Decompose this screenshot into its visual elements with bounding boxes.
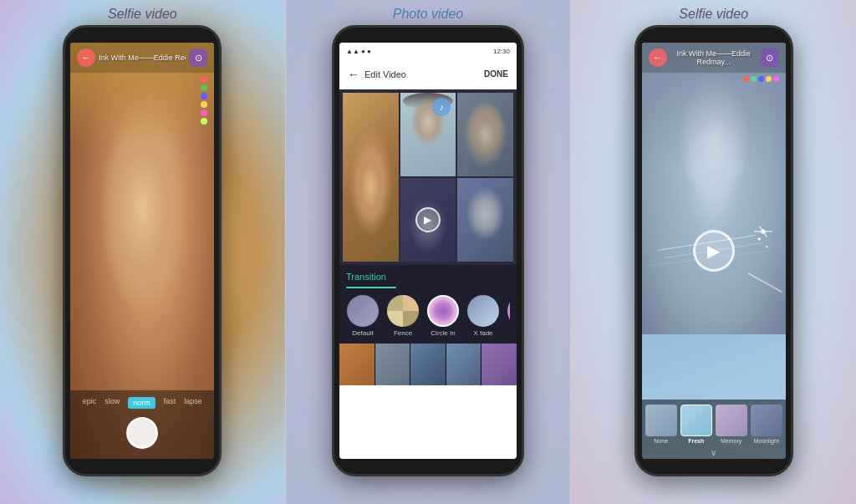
p2-back-icon[interactable]: ←	[348, 68, 359, 81]
tc-xfade-circle	[467, 295, 499, 327]
camera-icon: ⊙	[195, 53, 202, 64]
p3-play-button[interactable]: ▶	[693, 230, 735, 272]
panel-photo-video: Photo video ▲▲ ● ● 12:30 ← Edit Video	[285, 0, 572, 504]
color-dot-red[interactable]	[201, 76, 207, 83]
filter-thumb-none	[645, 405, 677, 436]
panel-selfie-2: Selfie video	[571, 0, 856, 504]
p2-photo-grid: ♪ ▶	[339, 89, 517, 265]
filter-memory[interactable]: Memory	[716, 405, 747, 445]
transition-underline	[346, 287, 396, 288]
p3-color-pink[interactable]	[773, 76, 779, 82]
speed-epic[interactable]: epic	[83, 397, 97, 409]
p3-song-title: Ink With Me——Eddie Redmay...	[670, 49, 757, 66]
status-time: 12:30	[493, 48, 510, 55]
grid-photo-1	[343, 93, 399, 262]
filter-label-memory: Memory	[721, 438, 741, 444]
p3-background: ← Ink With Me——Eddie Redmay... ⊙	[642, 43, 786, 459]
p3-top-bar: ← Ink With Me——Eddie Redmay... ⊙	[642, 43, 786, 73]
speed-norm[interactable]: norm	[128, 397, 155, 409]
grid-photo-center[interactable]: ▶	[400, 178, 456, 262]
p3-color-green[interactable]	[751, 76, 757, 82]
p1-camera-icon[interactable]: ⊙	[189, 48, 207, 67]
transition-default-label: Default	[352, 329, 373, 337]
p3-camera-icon-glyph: ⊙	[766, 53, 773, 64]
color-dot-blue[interactable]	[201, 93, 207, 99]
color-dot-pink[interactable]	[201, 109, 207, 116]
transition-options: Default Fence	[346, 295, 510, 337]
p3-color-yellow[interactable]	[766, 76, 772, 82]
filter-fresh[interactable]: Fresh	[680, 405, 712, 445]
filmstrip-3[interactable]	[410, 344, 446, 385]
filter-thumb-memory	[716, 405, 747, 436]
p2-done-button[interactable]: DONE	[484, 69, 508, 79]
tc-fence-circle	[387, 295, 419, 327]
filmstrip-2[interactable]	[375, 344, 410, 385]
filter-options: None Fresh Memory	[642, 400, 786, 448]
grid-photo-3	[457, 93, 513, 176]
speed-slow[interactable]: slow	[104, 397, 120, 409]
p3-camera-icon[interactable]: ⊙	[761, 48, 779, 67]
fence-piece-1	[387, 295, 403, 311]
transition-xfade[interactable]: X fade	[466, 295, 500, 337]
transition-circle-in[interactable]: Circle In	[426, 295, 460, 337]
filmstrip-4[interactable]	[446, 344, 482, 385]
p3-back-icon: ←	[653, 52, 663, 64]
phone-screen-1: ← Ink With Me——Eddie Redmay... ⊙	[70, 43, 214, 459]
p3-back-button[interactable]: ←	[649, 48, 667, 67]
transition-xfade-label: X fade	[473, 329, 492, 337]
phone-screen-2: ▲▲ ● ● 12:30 ← Edit Video DONE	[339, 43, 517, 459]
p3-color-blue[interactable]	[758, 76, 764, 82]
transition-fence-label: Fence	[394, 329, 412, 337]
panel-1-title: Selfie video	[0, 0, 285, 27]
p2-filmstrip	[339, 344, 517, 385]
p2-top-bar: ← Edit Video DONE	[339, 59, 517, 89]
filter-thumb-moonlight	[751, 405, 782, 436]
filter-none[interactable]: None	[645, 405, 677, 445]
p3-color-red[interactable]	[743, 76, 749, 82]
svg-line-8	[747, 273, 782, 293]
p1-top-bar: ← Ink With Me——Eddie Redmay... ⊙	[70, 43, 214, 73]
speed-lapse[interactable]: lapse	[184, 397, 202, 409]
transition-fence[interactable]: Fence	[386, 295, 420, 337]
fence-piece-3	[387, 311, 403, 327]
color-dot-green[interactable]	[201, 84, 207, 91]
filmstrip-5[interactable]	[482, 344, 517, 385]
speed-options: epic slow norm fast lapse	[70, 397, 214, 409]
tc-default-circle	[347, 295, 379, 327]
color-dot-yellow[interactable]	[201, 101, 207, 108]
record-button[interactable]	[126, 417, 158, 449]
phone-screen-3: ← Ink With Me——Eddie Redmay... ⊙	[642, 43, 786, 459]
p2-top-bar-left: ← Edit Video	[348, 68, 406, 81]
filter-label-none: None	[654, 438, 668, 444]
panel-3-title: Selfie video	[571, 0, 856, 27]
p3-more-arrow[interactable]: ∨	[642, 448, 786, 459]
filmstrip-1[interactable]	[339, 344, 374, 385]
transition-default[interactable]: Default	[346, 295, 380, 337]
speed-fast[interactable]: fast	[164, 397, 176, 409]
tc-circlein-circle	[427, 295, 459, 327]
tc-dynamic-circle	[507, 295, 510, 327]
p2-status-bar: ▲▲ ● ● 12:30	[339, 43, 517, 59]
phone-frame-1: ← Ink With Me——Eddie Redmay... ⊙	[63, 25, 222, 476]
color-dot-lime[interactable]	[201, 118, 207, 125]
p1-background: ← Ink With Me——Eddie Redmay... ⊙	[70, 43, 214, 459]
panel-selfie-1: Selfie video ← Ink With Me——Eddie Redmay…	[0, 0, 285, 504]
grid-photo-2: ♪	[400, 93, 456, 176]
phone-frame-2: ▲▲ ● ● 12:30 ← Edit Video DONE	[332, 25, 524, 476]
music-note: ♪	[432, 98, 451, 116]
p1-color-dots	[201, 76, 207, 126]
center-play-icon[interactable]: ▶	[415, 207, 441, 232]
p2-transition-section: Transition Default	[339, 265, 517, 344]
p1-back-button[interactable]: ←	[77, 48, 95, 67]
p1-bottom-controls: epic slow norm fast lapse	[70, 390, 214, 459]
filter-label-moonlight: Moonlight	[753, 438, 778, 444]
fence-piece-2	[403, 295, 419, 311]
transition-title: Transition	[346, 272, 510, 282]
transition-dynamic[interactable]: dynamic	[507, 295, 510, 337]
main-container: Selfie video ← Ink With Me——Eddie Redmay…	[0, 0, 856, 504]
phone-frame-3: ← Ink With Me——Eddie Redmay... ⊙	[634, 25, 793, 476]
filter-moonlight[interactable]: Moonlight	[751, 405, 782, 445]
p3-filter-strip: None Fresh Memory	[642, 400, 786, 459]
p1-song-title: Ink With Me——Eddie Redmay...	[99, 53, 186, 62]
filter-label-fresh: Fresh	[688, 438, 704, 444]
